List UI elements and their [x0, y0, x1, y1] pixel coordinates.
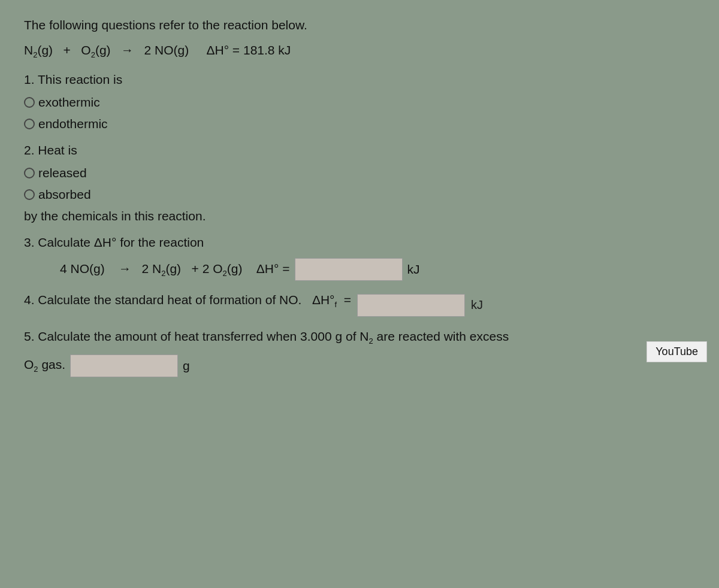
- radio-released[interactable]: [24, 168, 35, 178]
- question-4-label: 4. Calculate the standard heat of format…: [24, 293, 351, 309]
- radio-exothermic[interactable]: [24, 97, 35, 108]
- main-content: The following questions refer to the rea…: [0, 0, 719, 588]
- question-5-section: 5. Calculate the amount of heat transfer…: [24, 329, 695, 377]
- option-absorbed[interactable]: absorbed: [24, 187, 695, 202]
- q3-answer-input[interactable]: [295, 258, 403, 281]
- q5-answer-input[interactable]: [70, 354, 178, 377]
- option-exothermic[interactable]: exothermic: [24, 95, 695, 110]
- question-1-label: 1. This reaction is: [24, 72, 695, 87]
- radio-absorbed[interactable]: [24, 189, 35, 200]
- question-5-label: 5. Calculate the amount of heat transfer…: [24, 329, 695, 345]
- q4-answer-input[interactable]: [357, 294, 465, 317]
- q5-o2-label: O2 gas.: [24, 357, 65, 374]
- question-3-section: 3. Calculate ΔH° for the reaction YouTub…: [24, 235, 695, 281]
- option-exothermic-label: exothermic: [38, 95, 100, 110]
- youtube-badge[interactable]: YouTube: [647, 341, 707, 362]
- q4-unit: kJ: [471, 298, 483, 312]
- option-released[interactable]: released: [24, 166, 695, 180]
- main-reaction: N2(g) + O2(g) → 2 NO(g) ΔH° = 181.8 kJ: [24, 43, 695, 59]
- question-3-label: 3. Calculate ΔH° for the reaction: [24, 235, 204, 250]
- option-released-label: released: [38, 166, 87, 180]
- question-1-section: 1. This reaction is exothermic endotherm…: [24, 72, 695, 131]
- q5-unit: g: [183, 359, 190, 373]
- q3-unit: kJ: [407, 262, 420, 277]
- question-2-section: 2. Heat is released absorbed by the chem…: [24, 143, 695, 223]
- radio-endothermic[interactable]: [24, 119, 35, 129]
- question-2-label: 2. Heat is: [24, 143, 695, 157]
- option-absorbed-label: absorbed: [38, 187, 91, 202]
- option-endothermic-label: endothermic: [38, 117, 108, 131]
- option-endothermic[interactable]: endothermic: [24, 117, 695, 131]
- q3-equation-row: 4 NO(g) → 2 N2(g) + 2 O2(g) ΔH° = kJ: [60, 258, 695, 281]
- q3-equation-text: 4 NO(g) → 2 N2(g) + 2 O2(g) ΔH° =: [60, 262, 290, 278]
- q2-suffix: by the chemicals in this reaction.: [24, 209, 695, 223]
- question-4-section: 4. Calculate the standard heat of format…: [24, 293, 695, 317]
- intro-text: The following questions refer to the rea…: [24, 18, 695, 32]
- reaction-text: N2(g) + O2(g) → 2 NO(g) ΔH° = 181.8 kJ: [24, 43, 291, 59]
- q5-row: O2 gas. g: [24, 354, 695, 377]
